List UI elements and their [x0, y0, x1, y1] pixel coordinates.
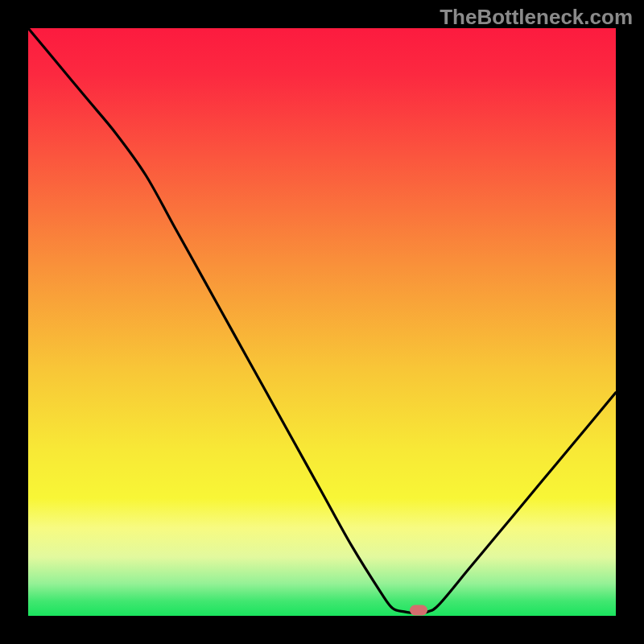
svg-rect-0	[28, 28, 616, 616]
background-gradient	[28, 28, 616, 616]
plot-area	[28, 28, 616, 616]
outer-frame: TheBottleneck.com	[0, 0, 644, 644]
optimum-marker	[410, 605, 427, 616]
watermark-text: TheBottleneck.com	[440, 5, 633, 30]
